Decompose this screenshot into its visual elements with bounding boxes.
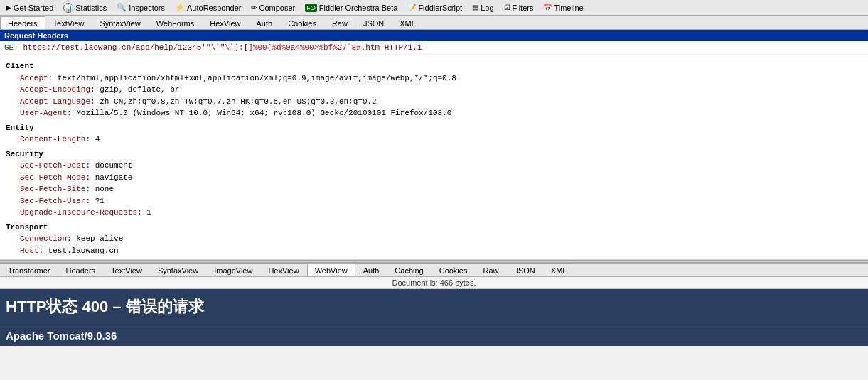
toolbar-btn-log[interactable]: ▤Log (468, 1, 498, 15)
request-tab-auth[interactable]: Auth (249, 16, 281, 29)
toolbar-label-fiddler-orchestra-beta: Fiddler Orchestra Beta (319, 4, 398, 12)
http-error-title: HTTP状态 400 – 错误的请求 (0, 289, 868, 325)
request-tab-json[interactable]: JSON (355, 16, 392, 29)
response-tab-auth[interactable]: Auth (355, 264, 387, 276)
response-tab-syntaxview[interactable]: SyntaxView (150, 264, 206, 276)
header-value: ?1 (95, 197, 105, 205)
response-tab-json[interactable]: JSON (506, 264, 542, 276)
header-value: keep-alive (76, 234, 123, 243)
response-tab-xml[interactable]: XML (543, 264, 575, 276)
response-tab-bar: TransformerHeadersTextViewSyntaxViewImag… (0, 263, 868, 277)
toolbar-btn-get-started[interactable]: ▶Get Started (1, 1, 58, 15)
http-method: GET (4, 43, 18, 52)
toolbar-btn-autoresponder[interactable]: ⚡AutoResponder (171, 1, 245, 15)
header-line: Accept: text/html,application/xhtml+xml,… (6, 72, 862, 85)
header-value: Mozilla/5.0 (Windows NT 10.0; Win64; x64… (76, 109, 451, 117)
toolbar-btn-timeline[interactable]: 📅Timeline (539, 1, 587, 15)
main-toolbar: ▶Get Started📊Statistics🔍Inspectors⚡AutoR… (0, 0, 868, 16)
response-tab-cookies[interactable]: Cookies (432, 264, 476, 276)
header-value: 1 (146, 208, 151, 217)
header-line: Sec-Fetch-Mode: navigate (6, 172, 862, 184)
header-value: text/html,application/xhtml+xml,applicat… (58, 74, 456, 82)
response-tab-webview[interactable]: WebView (307, 264, 355, 276)
headers-content: ClientAccept: text/html,application/xhtm… (0, 55, 868, 259)
request-tab-bar: HeadersTextViewSyntaxViewWebFormsHexView… (0, 16, 868, 30)
toolbar-btn-statistics[interactable]: 📊Statistics (59, 1, 111, 15)
header-key: Upgrade-Insecure-Requests (20, 208, 137, 217)
header-group-transport: Transport (6, 222, 862, 234)
toolbar-btn-filters[interactable]: ☑Filters (500, 1, 538, 15)
toolbar-btn-composer[interactable]: ✏Composer (247, 1, 299, 15)
header-line: Sec-Fetch-Dest: document (6, 160, 862, 172)
header-line: Upgrade-Insecure-Requests: 1 (6, 207, 862, 219)
toolbar-btn-inspectors[interactable]: 🔍Inspectors (112, 1, 169, 15)
request-tab-textview[interactable]: TextView (45, 16, 92, 29)
header-key: Accept-Language (20, 97, 90, 106)
header-group-entity: Entity (6, 122, 862, 134)
header-group-client: Client (6, 60, 862, 72)
header-key: Accept (20, 74, 48, 82)
request-tab-xml[interactable]: XML (392, 16, 424, 29)
header-key: Sec-Fetch-Site (20, 185, 85, 193)
header-line: Host: test.laowang.cn (6, 245, 862, 257)
header-key: Sec-Fetch-User (20, 197, 85, 205)
request-url-text: https://test.laowang.cn/app/help/12345'"… (23, 43, 422, 52)
response-tab-raw[interactable]: Raw (475, 264, 506, 276)
header-value: navigate (95, 173, 133, 182)
header-line: Accept-Language: zh-CN,zh;q=0.8,zh-TW;q=… (6, 96, 862, 108)
header-key: User-Agent (20, 109, 67, 117)
toolbar-label-composer: Composer (259, 4, 295, 12)
header-line: Sec-Fetch-User: ?1 (6, 195, 862, 207)
request-tab-webforms[interactable]: WebForms (149, 16, 203, 29)
request-tab-raw[interactable]: Raw (324, 16, 355, 29)
header-key: Sec-Fetch-Dest (20, 161, 85, 170)
response-tab-hexview[interactable]: HexView (260, 264, 306, 276)
response-tab-imageview[interactable]: ImageView (206, 264, 260, 276)
header-value: document (95, 161, 133, 170)
response-tab-headers[interactable]: Headers (58, 264, 104, 276)
request-url: GET https://test.laowang.cn/app/help/123… (0, 41, 868, 55)
request-tab-hexview[interactable]: HexView (202, 16, 248, 29)
toolbar-label-inspectors: Inspectors (129, 4, 165, 12)
http-error-server: Apache Tomcat/9.0.36 (0, 325, 868, 346)
response-tab-caching[interactable]: Caching (387, 264, 431, 276)
header-key: Sec-Fetch-Mode (20, 173, 85, 182)
header-group-security: Security (6, 148, 862, 161)
response-tab-transformer[interactable]: Transformer (0, 264, 58, 276)
header-line: Content-Length: 4 (6, 134, 862, 146)
header-value: zh-CN,zh;q=0.8,zh-TW;q=0.7,zh-HK;q=0.5,e… (100, 97, 376, 106)
doc-info: Document is: 466 bytes. (0, 277, 868, 289)
toolbar-btn-fiddlerscript[interactable]: 📝FiddlerScript (403, 1, 466, 15)
toolbar-label-fiddlerscript: FiddlerScript (418, 4, 462, 12)
toolbar-label-get-started: Get Started (14, 4, 53, 12)
header-key: Host (20, 246, 38, 255)
header-value: 4 (95, 135, 100, 143)
toolbar-btn-fiddler-orchestra-beta[interactable]: FOFiddler Orchestra Beta (301, 1, 402, 15)
header-line: Accept-Encoding: gzip, deflate, br (6, 84, 862, 96)
request-headers-label: Request Headers (0, 30, 868, 41)
request-tab-syntaxview[interactable]: SyntaxView (92, 16, 148, 29)
header-line: Connection: keep-alive (6, 233, 862, 245)
request-tab-cookies[interactable]: Cookies (280, 16, 324, 29)
response-tab-textview[interactable]: TextView (103, 264, 150, 276)
header-key: Accept-Encoding (20, 85, 90, 94)
toolbar-label-log: Log (481, 4, 493, 12)
toolbar-label-statistics: Statistics (75, 4, 107, 12)
header-value: test.laowang.cn (48, 246, 119, 255)
header-key: Content-Length (20, 135, 85, 143)
header-value: none (95, 185, 114, 193)
toolbar-label-autoresponder: AutoResponder (187, 4, 241, 12)
webview-content: HTTP状态 400 – 错误的请求 Apache Tomcat/9.0.36 (0, 289, 868, 346)
header-value: gzip, deflate, br (100, 85, 179, 94)
request-section: Request Headers GET https://test.laowang… (0, 30, 868, 260)
request-tab-headers[interactable]: Headers (0, 16, 45, 29)
header-line: Sec-Fetch-Site: none (6, 183, 862, 195)
header-key: Connection (20, 234, 67, 243)
toolbar-label-filters: Filters (513, 4, 534, 12)
header-line: User-Agent: Mozilla/5.0 (Windows NT 10.0… (6, 107, 862, 119)
toolbar-label-timeline: Timeline (554, 4, 583, 12)
